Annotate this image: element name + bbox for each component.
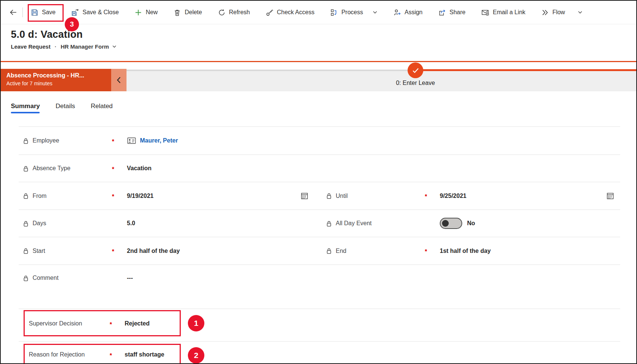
form-selector[interactable]: HR Manager Form [61,43,117,50]
business-process-flow: Absence Processing - HR... Active for 7 … [1,61,636,91]
assign-button[interactable]: Assign [389,4,427,20]
assign-icon [393,9,401,16]
save-button[interactable]: Save [26,4,60,20]
lock-icon [23,248,29,254]
tab-summary[interactable]: Summary [11,103,40,113]
record-header: 5.0 d: Vacation Leave Request · HR Manag… [1,24,636,61]
field-value: Rejected [125,320,323,327]
required-asterisk: * [110,319,125,328]
field-row-comment: Comment --- [19,264,620,309]
field-value: 1st half of the day [440,248,620,254]
chevron-left-icon [116,76,122,84]
field-label: Employee [33,137,112,144]
field-label: Supervisor Decision [29,320,110,327]
delete-button[interactable]: Delete [169,4,206,20]
share-label: Share [449,9,466,16]
save-label: Save [42,9,55,16]
check-icon [412,68,419,73]
field-row-start-end: Start * 2nd half of the day End * 1st ha… [19,237,620,264]
lock-icon [326,193,332,199]
lock-icon [326,220,332,227]
save-close-icon [71,9,79,16]
chevron-down-icon[interactable] [577,10,583,15]
bpf-progress-line [415,69,636,71]
field-label: Reason for Rejection [29,351,110,358]
annotation-badge-3: 3 [65,17,79,31]
bpf-stage-circle[interactable] [408,62,423,78]
process-icon [330,9,338,16]
field-label: End [336,248,425,254]
flow-label: Flow [552,9,565,16]
lock-icon [23,138,29,144]
email-icon [481,9,490,16]
field-value: --- [127,275,323,281]
field-value: 2nd half of the day [127,248,323,254]
required-asterisk: * [425,247,440,255]
field-label: Until [336,193,425,199]
required-asterisk: * [112,137,127,145]
field-value: Vacation [127,165,323,172]
employee-link[interactable]: Maurer, Peter [140,137,178,144]
required-asterisk: * [425,192,440,200]
required-asterisk: * [112,192,127,200]
required-asterisk: * [112,247,127,255]
check-access-label: Check Access [277,9,314,16]
leave-request-window: Save Save & Close New [0,0,637,364]
chevron-down-icon[interactable] [372,10,378,15]
field-label: All Day Event [336,220,425,227]
assign-label: Assign [405,9,423,16]
required-asterisk: * [110,351,125,359]
annotation-badge-1: 1 [188,315,204,331]
field-row-reason-for-rejection: Reason for Rejection * staff shortage 2 [19,341,620,364]
form-selector-label: HR Manager Form [61,43,109,50]
chevron-down-icon [112,44,117,49]
back-arrow-icon [9,8,18,16]
separator-dot: · [55,43,57,50]
bpf-stage-label[interactable]: 0: Enter Leave [371,80,460,86]
email-a-link-label: Email a Link [493,9,525,16]
toolbar-divider [22,7,23,17]
field-label: Absence Type [33,165,112,172]
share-button[interactable]: Share [434,4,470,20]
toggle-knob [442,220,449,227]
field-value: 5.0 [127,220,323,227]
form-tabs: Summary Details Related [1,103,636,113]
flow-icon [541,9,549,16]
field-row-supervisor-decision: Supervisor Decision * Rejected 1 [19,309,620,341]
back-button[interactable] [7,8,19,16]
tab-details[interactable]: Details [55,103,75,113]
field-label: Start [33,248,112,254]
process-label: Process [341,9,363,16]
process-button[interactable]: Process [326,4,382,20]
field-row-from-until: From * 9/19/2021 Until * 9/25/2021 [19,182,620,209]
key-icon [266,9,274,16]
new-button[interactable]: New [130,4,162,20]
tab-related[interactable]: Related [91,103,113,113]
bpf-top-line [1,61,636,62]
flow-button[interactable]: Flow [537,4,587,20]
summary-form: Employee * Maurer, Peter Absence Typ [19,126,620,364]
bpf-collapse-button[interactable] [111,69,127,91]
field-value: 9/19/2021 [127,193,153,199]
email-a-link-button[interactable]: Email a Link [477,4,530,20]
bpf-process-name: Absence Processing - HR... [6,72,111,79]
field-row-days-alldayevent: Days 5.0 All Day Event No [19,209,620,237]
lock-icon [23,193,29,199]
field-label: From [33,193,112,199]
check-access-button[interactable]: Check Access [261,4,319,20]
refresh-button[interactable]: Refresh [213,4,255,20]
bpf-track [127,70,408,71]
all-day-event-toggle[interactable] [440,218,462,229]
field-row-absence-type: Absence Type * Vacation [19,155,620,182]
field-label: Comment [33,275,112,281]
field-value: 9/25/2021 [440,193,466,199]
calendar-icon[interactable] [606,192,614,200]
delete-label: Delete [185,9,202,16]
lock-icon [23,275,29,281]
calendar-icon[interactable] [301,192,308,200]
field-row-employee: Employee * Maurer, Peter [19,126,620,155]
page-title: 5.0 d: Vacation [11,29,636,40]
bpf-process-block[interactable]: Absence Processing - HR... Active for 7 … [1,69,111,91]
command-bar: Save Save & Close New [1,1,636,24]
lock-icon [23,165,29,172]
